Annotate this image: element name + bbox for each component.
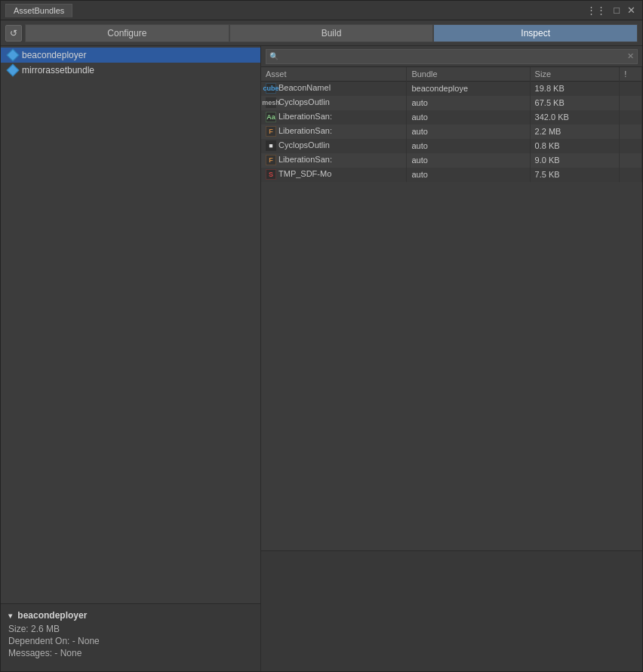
asset-cell: ■CyclopsOutlin	[261, 139, 407, 153]
cube-icon	[7, 49, 20, 62]
asset-table: Asset Bundle Size ! cubeBeaconNamelbeaco…	[261, 67, 642, 182]
bundle-cell: auto	[407, 168, 530, 182]
bundle-icon-beacondeployer	[7, 49, 19, 61]
asset-name: BeaconNamel	[278, 83, 331, 92]
warn-cell	[620, 82, 642, 96]
bundle-cell: auto	[407, 153, 530, 168]
size-cell: 19.8 KB	[530, 82, 620, 96]
warn-cell	[620, 153, 642, 168]
asset-type-icon: cube	[266, 83, 276, 94]
asset-name: TMP_SDF-Mo	[278, 169, 331, 178]
search-icon: 🔍	[269, 52, 278, 60]
asset-type-icon: F	[266, 155, 276, 165]
info-size: Size: 2.6 MB	[8, 624, 253, 634]
info-panel-title: ▾ beacondeployer	[8, 610, 253, 621]
size-cell: 7.5 KB	[530, 168, 620, 182]
col-header-warn: !	[620, 67, 642, 82]
right-panel: 🔍 ✕ Asset Bundle Size !	[261, 46, 642, 671]
tab-group: Configure Build Inspect	[25, 24, 638, 42]
collapse-arrow: ▾	[8, 612, 12, 620]
bundle-cell: auto	[407, 139, 530, 153]
table-row[interactable]: AaLiberationSan:auto342.0 KB	[261, 110, 642, 125]
size-cell: 9.0 KB	[530, 153, 620, 168]
info-messages: Messages: - None	[8, 648, 253, 658]
search-clear-button[interactable]: ✕	[627, 51, 634, 61]
tab-inspect[interactable]: Inspect	[433, 24, 638, 42]
col-header-size[interactable]: Size	[530, 67, 620, 82]
bundle-list: beacondeployer mirrorassetbundle	[1, 46, 260, 603]
table-row[interactable]: meshCyclopsOutlinauto67.5 KB	[261, 96, 642, 110]
col-header-asset[interactable]: Asset	[261, 67, 407, 82]
table-header-row: Asset Bundle Size !	[261, 67, 642, 82]
asset-name: LiberationSan:	[278, 112, 332, 121]
bundle-cell: auto	[407, 96, 530, 110]
bundle-label-mirrorassetbundle: mirrorassetbundle	[22, 65, 94, 76]
table-row[interactable]: FLiberationSan:auto9.0 KB	[261, 153, 642, 168]
menu-icon[interactable]: ⋮⋮	[584, 5, 608, 16]
asset-name: CyclopsOutlin	[278, 140, 330, 150]
cube-icon	[7, 64, 20, 77]
search-input[interactable]	[281, 51, 627, 62]
info-panel: ▾ beacondeployer Size: 2.6 MB Dependent …	[1, 603, 260, 671]
title-bar: AssetBundles ⋮⋮ □ ✕	[1, 1, 642, 20]
asset-name: LiberationSan:	[278, 155, 332, 164]
info-dependent: Dependent On: - None	[8, 636, 253, 646]
size-cell: 2.2 MB	[530, 125, 620, 139]
warn-cell	[620, 96, 642, 110]
warn-cell	[620, 168, 642, 182]
bundle-item-beacondeployer[interactable]: beacondeployer	[1, 48, 260, 63]
search-input-wrap: 🔍 ✕	[266, 49, 638, 64]
maximize-icon[interactable]: □	[611, 5, 622, 16]
refresh-icon: ↺	[10, 28, 17, 39]
title-tab: AssetBundles	[5, 4, 72, 17]
bundle-cell: auto	[407, 110, 530, 125]
asset-cell: STMP_SDF-Mo	[261, 168, 407, 182]
size-cell: 67.5 KB	[530, 96, 620, 110]
asset-cell: FLiberationSan:	[261, 153, 407, 168]
tab-build[interactable]: Build	[229, 24, 434, 42]
table-row[interactable]: cubeBeaconNamelbeacondeploye19.8 KB	[261, 82, 642, 96]
bundle-item-mirrorassetbundle[interactable]: mirrorassetbundle	[1, 63, 260, 78]
table-row[interactable]: ■CyclopsOutlinauto0.8 KB	[261, 139, 642, 153]
main-content: beacondeployer mirrorassetbundle ▾ beaco…	[1, 46, 642, 671]
tab-configure[interactable]: Configure	[25, 24, 229, 42]
asset-type-icon: ■	[266, 140, 276, 151]
refresh-button[interactable]: ↺	[5, 25, 22, 42]
asset-type-icon: Aa	[266, 112, 276, 122]
asset-table-wrap: Asset Bundle Size ! cubeBeaconNamelbeaco…	[261, 67, 642, 550]
bundle-cell: auto	[407, 125, 530, 139]
close-icon[interactable]: ✕	[625, 5, 638, 16]
asset-type-icon: mesh	[266, 97, 276, 108]
bundle-label-beacondeployer: beacondeployer	[22, 50, 86, 60]
bundle-cell: beacondeploye	[407, 82, 530, 96]
size-cell: 0.8 KB	[530, 139, 620, 153]
asset-type-icon: S	[266, 169, 276, 180]
asset-cell: meshCyclopsOutlin	[261, 96, 407, 110]
table-row[interactable]: STMP_SDF-Moauto7.5 KB	[261, 168, 642, 182]
warn-cell	[620, 139, 642, 153]
size-cell: 342.0 KB	[530, 110, 620, 125]
bundle-icon-mirrorassetbundle	[7, 64, 19, 76]
asset-bundles-window: AssetBundles ⋮⋮ □ ✕ ↺ Configure Build In…	[0, 0, 643, 672]
title-controls: ⋮⋮ □ ✕	[584, 5, 638, 16]
lower-details-panel	[261, 550, 642, 671]
asset-cell: cubeBeaconNamel	[261, 82, 407, 96]
col-header-bundle[interactable]: Bundle	[407, 67, 530, 82]
search-bar: 🔍 ✕	[261, 46, 642, 67]
asset-cell: AaLiberationSan:	[261, 110, 407, 125]
warn-cell	[620, 125, 642, 139]
asset-cell: FLiberationSan:	[261, 125, 407, 139]
toolbar: ↺ Configure Build Inspect	[1, 20, 642, 46]
asset-name: CyclopsOutlin	[278, 97, 330, 106]
left-panel: beacondeployer mirrorassetbundle ▾ beaco…	[1, 46, 261, 671]
warn-cell	[620, 110, 642, 125]
asset-type-icon: F	[266, 126, 276, 137]
asset-name: LiberationSan:	[278, 126, 332, 135]
table-row[interactable]: FLiberationSan:auto2.2 MB	[261, 125, 642, 139]
